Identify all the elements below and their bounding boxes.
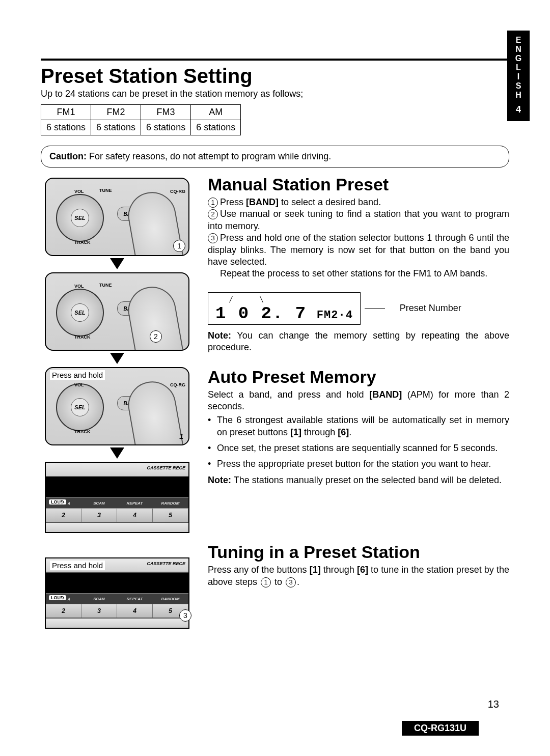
manual-step-1: 1Press [BAND] to select a desired band. xyxy=(208,197,509,208)
down-arrow-icon xyxy=(110,258,124,269)
figure-preset-panel: CASSETTE RECE LOUD DISC ∧2 SCAN3 REPEAT4… xyxy=(45,462,189,533)
preset-btn-icon: REPEAT4 xyxy=(117,604,153,618)
top-rule xyxy=(41,59,509,61)
figure-step-2: VOL TUNE TRACK BAND APM 40Wx4 LOUD 2 xyxy=(45,272,189,351)
lang-letter: I xyxy=(507,72,530,81)
caution-label: Caution: xyxy=(49,151,87,161)
track-label: TRACK xyxy=(74,334,91,340)
manual-note: Note: You can change the memory setting … xyxy=(208,330,509,354)
step-bubble-1: 1 xyxy=(173,240,185,252)
cqrg-label: CQ-RG xyxy=(170,382,185,387)
band-header: FM1 xyxy=(41,105,91,120)
manual-heading: Manual Station Preset xyxy=(208,175,509,194)
lang-letter: G xyxy=(507,54,530,63)
preset-btn-icon: SCAN3 xyxy=(81,604,117,618)
preset-btn-icon: SCAN3 xyxy=(81,509,117,522)
step-bubble-3: 3 xyxy=(179,609,191,622)
cassette-label: CASSETTE RECE xyxy=(147,465,185,470)
down-arrow-icon xyxy=(110,353,124,364)
page-title: Preset Station Setting xyxy=(41,65,509,88)
press-hold-label: Press and hold xyxy=(50,561,105,570)
tune-label: TUNE xyxy=(99,188,112,193)
band-header: AM xyxy=(191,105,241,120)
lang-letter: N xyxy=(507,45,530,54)
manual-repeat: Repeat the process to set other stations… xyxy=(208,268,509,279)
tuning-heading: Tuning in a Preset Station xyxy=(208,542,509,562)
band-header: FM3 xyxy=(141,105,191,120)
preset-btn-icon: DISC ∧2 xyxy=(46,604,81,618)
knob-icon xyxy=(56,383,104,431)
figure-preset-panel-2: Press and hold CASSETTE RECE LOUD DISC ∧… xyxy=(45,557,189,629)
lcd-band: FM2·4 xyxy=(317,309,353,322)
cassette-label: CASSETTE RECE xyxy=(147,561,185,566)
auto-heading: Auto Preset Memory xyxy=(208,367,509,387)
tab-number: 4 xyxy=(507,105,530,114)
band-header: FM2 xyxy=(91,105,141,120)
callout-line xyxy=(365,308,385,309)
band-cell: 6 stations xyxy=(141,120,191,135)
auto-intro: Select a band, and press and hold [BAND]… xyxy=(208,389,509,413)
lcd-frequency: 1 0 2. 7 xyxy=(215,304,307,323)
cqrg-label: CQ-RG xyxy=(170,189,185,194)
track-label: TRACK xyxy=(74,240,91,245)
down-arrow-icon xyxy=(110,447,124,459)
preset-btn-icon: DISC ∧2 xyxy=(46,509,81,522)
auto-bullet-2: Once set, the preset stations are sequen… xyxy=(208,442,509,454)
band-cell: 6 stations xyxy=(91,120,141,135)
tune-label: TUNE xyxy=(99,283,112,288)
language-tab: E N G L I S H 4 xyxy=(507,31,530,121)
band-cell: 6 stations xyxy=(191,120,241,135)
vol-label: VOL xyxy=(74,189,84,194)
caution-box: Caution: For safety reasons, do not atte… xyxy=(41,146,509,167)
preset-btn-icon: RANDOM5 xyxy=(153,509,188,522)
model-badge: CQ-RG131U xyxy=(402,721,479,736)
knob-icon xyxy=(56,289,104,337)
lang-letter: H xyxy=(507,91,530,100)
figure-step-3: Press and hold VOL TRACK BAND APM CQ-RG … xyxy=(45,367,189,445)
caution-text: For safety reasons, do not attempt to pr… xyxy=(87,151,331,161)
tuning-text: Press any of the buttons [1] through [6]… xyxy=(208,564,509,588)
vol-label: VOL xyxy=(74,382,84,387)
finger-icon xyxy=(124,378,184,445)
press-hold-label: Press and hold xyxy=(50,370,105,380)
figure-step-1: VOL TUNE TRACK BAND APM CQ-RG Wx4 1 xyxy=(45,178,189,256)
knob-icon xyxy=(56,194,104,242)
lang-letter: E xyxy=(507,36,530,45)
lcd-display: 1 0 2. 7 FM2·4 xyxy=(208,292,361,325)
lang-letter: L xyxy=(507,63,530,72)
intro-text: Up to 24 stations can be preset in the s… xyxy=(41,89,509,99)
preset-number-label: Preset Number xyxy=(400,303,461,313)
auto-bullet-3: Press the appropriate preset button for … xyxy=(208,458,509,470)
band-table: FM1 FM2 FM3 AM 6 stations 6 stations 6 s… xyxy=(41,104,241,135)
lang-letter: S xyxy=(507,81,530,91)
page-number: 13 xyxy=(488,698,499,710)
fig-corner-num: 1 xyxy=(179,432,183,440)
step-bubble-2: 2 xyxy=(150,330,162,343)
manual-step-3: 3Press and hold one of the station selec… xyxy=(208,232,509,268)
manual-step-2: 2Use manual or seek tuning to find a sta… xyxy=(208,208,509,232)
auto-bullet-1: The 6 strongest available stations will … xyxy=(208,414,509,438)
preset-btn-icon: REPEAT4 xyxy=(117,509,153,522)
band-cell: 6 stations xyxy=(41,120,91,135)
track-label: TRACK xyxy=(74,429,91,434)
vol-label: VOL xyxy=(74,284,84,289)
auto-note: Note: The stations manually preset on th… xyxy=(208,474,509,486)
